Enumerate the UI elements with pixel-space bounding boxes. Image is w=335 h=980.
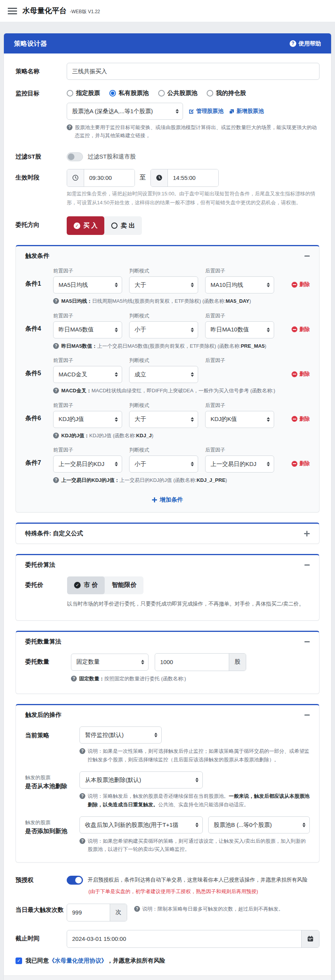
expand-plus-icon[interactable] — [304, 531, 310, 537]
price-algo-desc: 以当时市场的对手价进行委托，只要委托成功即算完成操作，不再撤单。对手价，具体指买… — [67, 599, 310, 609]
radio-icon — [67, 90, 73, 97]
menu-icon[interactable] — [8, 8, 17, 14]
agreement-link[interactable]: 《水母量化使用协议》 — [49, 957, 107, 964]
radio-private-pool[interactable]: 私有股票池 — [109, 89, 149, 97]
deadline-label: 截止时间 — [16, 930, 67, 948]
front-factor-select[interactable]: MACD金叉 — [53, 366, 122, 383]
select-arrows-icon — [115, 328, 118, 332]
usage-help-label: 使用帮助 — [299, 40, 321, 47]
radio-selected-icon — [109, 90, 116, 97]
deadline-input[interactable] — [67, 930, 301, 947]
smart-limit-button[interactable]: 智能限价 — [105, 576, 143, 594]
radio-icon — [207, 90, 213, 97]
delete-condition-button[interactable]: 删除 — [292, 416, 310, 428]
minus-circle-icon — [292, 416, 297, 422]
remove-from-pool-row: 触发的股票 是否从本池删除 从本股票池删除(默认) 说明：策略触发后，触发的股票… — [25, 771, 310, 809]
collapse-minus-icon[interactable] — [304, 564, 310, 566]
rear-factor-select[interactable]: KDJ的K值 — [205, 411, 274, 428]
effective-time-note: 如需监控集合竞价，请把起始时间设置到9:15:00。由于盘中可能出现短暂符合条件… — [67, 190, 319, 207]
rear-factor-select[interactable]: 上一交易日的KDJ — [205, 455, 274, 473]
stock-pool-select[interactable]: 股票池A (深桑达A,...等1个股票) — [67, 103, 183, 120]
condition-row-1: 条件1 前置因子 MA5日均线 判断模式 — [25, 267, 310, 305]
market-price-button[interactable]: 市 价 — [67, 576, 105, 594]
strategy-name-input[interactable] — [67, 63, 319, 80]
max-trigger-unit: 次 — [110, 904, 127, 921]
direction-segment: 买 入 卖 出 — [67, 216, 142, 235]
calendar-button[interactable] — [301, 930, 319, 947]
add-condition-button[interactable]: 增加条件 — [25, 492, 310, 506]
delete-condition-button[interactable]: 删除 — [292, 326, 310, 338]
monitor-target-radios: 指定股票 私有股票池 公共股票池 我的持仓股 — [67, 88, 319, 97]
app-version: -WEB版 V1.22 — [70, 9, 100, 15]
select-arrows-icon — [191, 417, 194, 422]
manage-pool-link[interactable]: 管理股票池 — [188, 108, 223, 115]
target-pool-select[interactable]: 股票池B (...等0个股票) — [208, 816, 310, 833]
question-icon — [79, 748, 85, 754]
select-arrows-icon — [195, 823, 199, 827]
current-strategy-select[interactable]: 暂停监控(默认) — [79, 726, 162, 744]
delete-condition-button[interactable]: 删除 — [292, 371, 310, 383]
add-pool-link[interactable]: 新增股票池 — [229, 108, 264, 115]
radio-public-pool[interactable]: 公共股票池 — [158, 89, 198, 97]
qty-label: 委托数量 — [25, 653, 71, 683]
select-arrows-icon — [267, 283, 270, 287]
max-trigger-input[interactable] — [67, 904, 110, 921]
condition-help: KDJ的J值：KDJ的J值 (函数名称:KDJ_J) — [53, 431, 310, 440]
rear-factor-select[interactable]: MA10日均线 — [205, 276, 274, 293]
effective-time-row: 生效时段 至 — [16, 169, 319, 207]
judge-mode-select[interactable]: 大于 — [129, 276, 198, 293]
select-arrows-icon — [302, 823, 306, 827]
radio-my-holdings[interactable]: 我的持仓股 — [207, 89, 246, 97]
designer-header: 策略设计器 使用帮助 — [4, 33, 331, 53]
start-time-input[interactable] — [84, 169, 135, 186]
usage-help-link[interactable]: 使用帮助 — [290, 40, 321, 47]
help-circle-icon — [290, 40, 296, 47]
sell-button[interactable]: 卖 出 — [104, 216, 142, 235]
monitor-target-label: 监控目标 — [16, 88, 67, 140]
filter-st-toggle[interactable] — [67, 152, 83, 161]
front-factor-select[interactable]: MA5日均线 — [53, 276, 122, 293]
buy-button[interactable]: 买 入 — [67, 216, 104, 235]
select-arrows-icon — [115, 372, 118, 377]
collapse-minus-icon[interactable] — [304, 255, 310, 257]
rear-factor-select[interactable]: 昨日MA10数值 — [205, 321, 274, 338]
select-arrows-icon — [267, 328, 270, 332]
select-arrows-icon — [267, 462, 270, 466]
judge-mode-select[interactable]: 小于 — [129, 321, 198, 338]
strategy-name-row: 策略名称 — [16, 63, 319, 80]
radio-specified-stock[interactable]: 指定股票 — [67, 89, 100, 97]
delete-condition-button[interactable]: 删除 — [292, 460, 310, 473]
delete-condition-button[interactable]: 删除 — [292, 281, 310, 293]
qty-algo-panel: 委托数量算法 委托数量 固定数量 股 — [16, 631, 319, 694]
question-icon — [53, 477, 59, 483]
preauth-toggle[interactable] — [67, 876, 83, 885]
app-title: 水母量化平台 — [22, 6, 67, 16]
qty-unit: 股 — [229, 654, 246, 671]
trigger-conditions-panel: 触发条件 条件1 前置因子 MA5日均线 — [16, 245, 319, 512]
price-algo-panel: 委托价算法 委托价 市 价 智能限价 — [16, 554, 319, 621]
remove-from-pool-select[interactable]: 从本股票池删除(默认) — [79, 771, 203, 788]
front-factor-select[interactable]: 昨日MA5数值 — [53, 321, 122, 338]
qty-method-select[interactable]: 固定数量 — [71, 654, 149, 671]
judge-mode-select[interactable]: 大于 — [129, 411, 198, 428]
direction-row: 委托方向 买 入 卖 出 — [16, 216, 319, 235]
judge-mode-select[interactable]: 小于 — [129, 455, 198, 473]
add-action-select[interactable]: 收盘后加入到新的股票池(用于T+1循 — [79, 816, 203, 833]
edit-icon — [188, 109, 194, 114]
filter-st-row: 过滤ST股 过滤ST股和退市股 — [16, 149, 319, 161]
judge-mode-select[interactable]: 成立 — [129, 366, 198, 383]
deadline-row: 截止时间 — [16, 930, 319, 948]
collapse-minus-icon[interactable] — [304, 641, 310, 642]
post-trigger-panel: 触发后的操作 当前策略 暂停监控(默认) 说明：如 — [16, 704, 319, 863]
qty-help: 固定数量：按照固定的数量进行委托 (函数名称:) — [71, 675, 310, 683]
front-factor-select[interactable]: 上一交易日的KDJ — [53, 455, 122, 473]
question-icon — [53, 388, 59, 393]
end-time-input[interactable] — [168, 169, 218, 186]
agreement-checkbox[interactable] — [16, 958, 22, 964]
select-arrows-icon — [176, 109, 179, 114]
question-icon — [53, 343, 59, 349]
qty-input[interactable] — [155, 654, 229, 671]
collapse-minus-icon[interactable] — [304, 714, 310, 716]
front-factor-select[interactable]: KDJ的J值 — [53, 411, 122, 428]
empty-circle-icon — [111, 223, 117, 229]
